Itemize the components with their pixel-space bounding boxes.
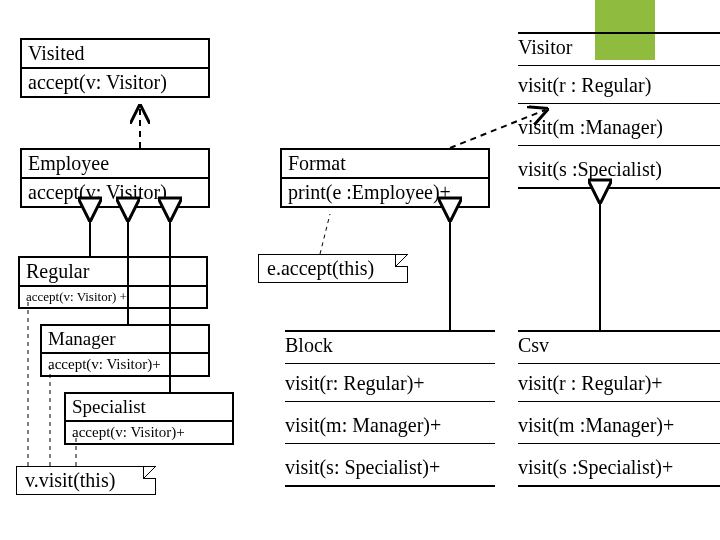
class-method: accept(v: Visitor) +	[20, 285, 206, 307]
note-eaccept: e.accept(this)	[258, 254, 408, 283]
class-method: accept(v: Visitor)	[22, 177, 208, 206]
class-method: accept(v: Visitor)	[22, 67, 208, 96]
class-visited: Visited accept(v: Visitor)	[20, 38, 210, 98]
class-method: visit(m: Manager)+	[285, 412, 495, 444]
class-title: Block	[285, 330, 495, 364]
note-vvisit: v.visit(this)	[16, 466, 156, 495]
class-method: visit(s: Specialist)+	[285, 454, 495, 487]
class-title: Employee	[22, 150, 208, 177]
class-method: visit(r : Regular)+	[518, 370, 720, 402]
class-regular: Regular accept(v: Visitor) +	[18, 256, 208, 309]
class-method: visit(s :Specialist)+	[518, 454, 720, 487]
class-title: Format	[282, 150, 488, 177]
class-title: Specialist	[66, 394, 232, 420]
class-method: accept(v: Visitor)+	[66, 420, 232, 443]
class-specialist: Specialist accept(v: Visitor)+	[64, 392, 234, 445]
class-method: visit(r: Regular)+	[285, 370, 495, 402]
class-title: Manager	[42, 326, 208, 352]
class-method: print(e :Employee)+	[282, 177, 488, 206]
class-title: Visited	[22, 40, 208, 67]
class-method: visit(m :Manager)	[518, 114, 720, 146]
class-format: Format print(e :Employee)+	[280, 148, 490, 208]
class-method: visit(s :Specialist)	[518, 156, 720, 189]
class-method: accept(v: Visitor)+	[42, 352, 208, 375]
class-title: Csv	[518, 330, 720, 364]
class-title: Regular	[20, 258, 206, 285]
class-employee: Employee accept(v: Visitor)	[20, 148, 210, 208]
class-method: visit(m :Manager)+	[518, 412, 720, 444]
class-title: Visitor	[518, 32, 720, 66]
class-manager: Manager accept(v: Visitor)+	[40, 324, 210, 377]
class-method: visit(r : Regular)	[518, 72, 720, 104]
svg-line-7	[320, 214, 330, 254]
